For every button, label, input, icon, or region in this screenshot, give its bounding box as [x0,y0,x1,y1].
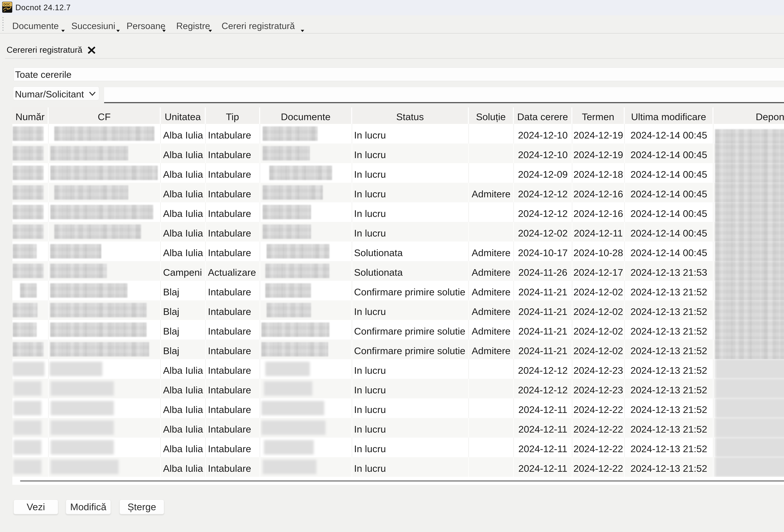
svg-text:DOC: DOC [3,3,10,6]
